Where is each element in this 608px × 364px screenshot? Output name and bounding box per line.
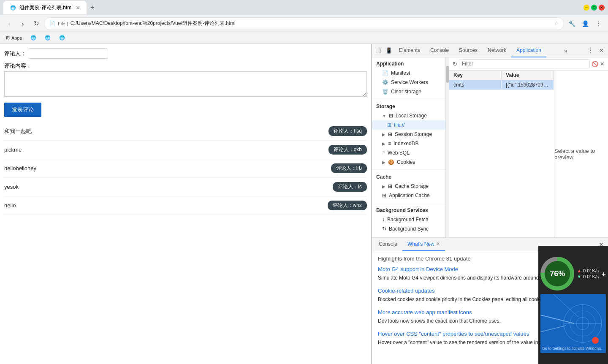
sidebar-item-app-cache[interactable]: ⊞ Application Cache	[372, 191, 445, 200]
sidebar-divider-2	[372, 169, 445, 170]
bookmark-3[interactable]: 🌐	[57, 34, 68, 41]
cache-storage-toggle: ▶	[382, 184, 385, 189]
header-value: Value	[502, 71, 554, 80]
tab-title: 组件案例-评论列表.html	[19, 4, 73, 11]
main-area: 评论人： 评论内容： 发表评论 和我一起吧 评论人：hsq pickme 评论人…	[0, 44, 608, 364]
download-stat: ▼ 0.01K/s	[577, 274, 599, 279]
preview-text: Select a value to preview	[554, 148, 608, 160]
bookmark-globe-icon-1: 🌐	[30, 35, 36, 41]
whats-new-close[interactable]: ✕	[436, 241, 440, 247]
bookmark-star-icon[interactable]: ☆	[554, 21, 559, 26]
devtools-more-tabs[interactable]: »	[562, 47, 570, 54]
svg-point-9	[592, 337, 599, 344]
devtools-device-button[interactable]: 📱	[384, 46, 394, 56]
profile-icon[interactable]: 👤	[579, 18, 591, 30]
tab-application[interactable]: Application	[511, 44, 546, 57]
bookmark-2[interactable]: 🌐	[42, 34, 53, 41]
filter-delete-button[interactable]: ✕	[600, 61, 605, 67]
cell-value: [{"id":1590287093322,"user":"hs...	[502, 80, 554, 90]
bookmark-globe-icon-3: 🌐	[59, 35, 65, 41]
tab-console[interactable]: Console	[425, 44, 454, 57]
comment-text: hellohellohey	[4, 165, 36, 171]
comment-item: hellohellohey 评论人：lrb	[4, 159, 367, 178]
sidebar-scrollbar[interactable]	[446, 57, 449, 237]
comment-item: 和我一起吧 评论人：hsq	[4, 122, 367, 141]
back-button[interactable]: ‹	[3, 18, 15, 30]
reload-button[interactable]: ↻	[30, 18, 42, 30]
tab-sources[interactable]: Sources	[454, 44, 483, 57]
tab-network[interactable]: Network	[483, 44, 511, 57]
sidebar-item-service-workers[interactable]: ⚙️ Service Workers	[372, 78, 445, 87]
commenter-input[interactable]	[29, 48, 107, 59]
performance-stats: ▲ 0.01K/s ▼ 0.01K/s	[577, 268, 599, 279]
maximize-button[interactable]: □	[591, 5, 597, 11]
perf-expand-button[interactable]: +	[601, 270, 606, 279]
bottom-tab-whats-new[interactable]: What's New ✕	[402, 238, 445, 251]
header-key: Key	[449, 71, 502, 80]
sidebar-section-cache: Cache ▶ ⊞ Cache Storage ⊞ Application Ca…	[372, 171, 445, 202]
cell-key: cmts	[449, 80, 502, 90]
bg-fetch-icon: ↕	[382, 217, 385, 223]
sidebar-header-storage: Storage	[372, 102, 445, 111]
comment-text: 和我一起吧	[4, 128, 32, 135]
close-button[interactable]: ✕	[599, 5, 605, 11]
sidebar-item-session-storage[interactable]: ▶ ⊞ Session Storage	[372, 130, 445, 139]
manifest-icon: 📄	[382, 70, 388, 76]
window-controls: ─ □ ✕	[584, 5, 605, 11]
filter-reload-button[interactable]: ↻	[453, 61, 457, 67]
sidebar-item-file[interactable]: ⊞ file://	[372, 120, 445, 130]
address-url: C:/Users/MAC/Desktop/font-end%20projects…	[71, 20, 552, 27]
performance-map: Go to Settings to activate Windows.	[540, 294, 606, 353]
devtools-inspect-button[interactable]: ⬚	[374, 46, 384, 56]
comment-form: 评论人： 评论内容： 发表评论	[4, 48, 367, 117]
browser-tab[interactable]: 🌐 组件案例-评论列表.html ✕	[3, 1, 87, 14]
activate-windows-text: Go to Settings to activate Windows.	[542, 346, 602, 351]
percent-value: 76%	[550, 269, 565, 278]
devtools-close-button[interactable]: ✕	[596, 46, 606, 56]
extensions-icon[interactable]: 🔧	[566, 18, 578, 30]
comment-text: hello	[4, 202, 16, 209]
new-tab-button[interactable]: +	[87, 2, 98, 14]
comment-author: 评论人：ls	[333, 182, 367, 192]
content-textarea[interactable]	[4, 71, 367, 97]
devtools-main-panel: ↻ 🚫 ✕ Key Value	[449, 57, 608, 237]
content-row: 评论内容：	[4, 62, 367, 97]
bookmark-globe-icon-2: 🌐	[45, 35, 51, 41]
sidebar-item-bg-fetch[interactable]: ↕ Background Fetch	[372, 215, 445, 224]
sidebar-item-local-storage[interactable]: ▼ ⊞ Local Storage	[372, 111, 445, 120]
table-area: Key Value cmts [{"id":1590287093322,"use…	[449, 71, 608, 237]
tab-elements[interactable]: Elements	[394, 44, 425, 57]
sidebar-item-indexeddb[interactable]: ▶ ≡ IndexedDB	[372, 139, 445, 148]
apps-label: Apps	[11, 35, 22, 41]
filter-clear-button[interactable]: 🚫	[592, 61, 598, 67]
sidebar-item-clear-storage[interactable]: 🗑️ Clear storage	[372, 87, 445, 96]
comment-item: pickme 评论人：qxb	[4, 141, 367, 159]
forward-button[interactable]: ›	[17, 18, 29, 30]
sidebar-item-web-sql[interactable]: ≡ Web SQL	[372, 148, 445, 158]
comment-text: yesok	[4, 184, 19, 190]
app-cache-label: Application Cache	[389, 193, 430, 198]
devtools-tab-bar: ⬚ 📱 Elements Console Sources Network App…	[372, 44, 608, 57]
table-row[interactable]: cmts [{"id":1590287093322,"user":"hs...	[449, 80, 554, 90]
map-svg	[540, 294, 606, 353]
clear-storage-icon: 🗑️	[382, 89, 388, 95]
address-bar[interactable]: 📄 File | C:/Users/MAC/Desktop/font-end%2…	[44, 17, 564, 30]
menu-icon[interactable]: ⋮	[593, 18, 605, 30]
download-arrow-icon: ▼	[577, 274, 581, 279]
sidebar-scrollbar-thumb	[446, 66, 449, 83]
apps-bookmark[interactable]: ⊞ Apps	[3, 34, 24, 41]
bottom-tab-console[interactable]: Console	[374, 238, 402, 251]
devtools-settings-button[interactable]: ⋮	[585, 46, 595, 56]
bookmark-1[interactable]: 🌐	[28, 34, 39, 41]
tab-close-button[interactable]: ✕	[76, 5, 80, 11]
filter-input[interactable]	[459, 59, 590, 68]
sidebar-item-cookies[interactable]: ▶ 🍪 Cookies	[372, 158, 445, 167]
sidebar-item-cache-storage[interactable]: ▶ ⊞ Cache Storage	[372, 182, 445, 191]
submit-button[interactable]: 发表评论	[4, 103, 41, 117]
page-content: 评论人： 评论内容： 发表评论 和我一起吧 评论人：hsq pickme 评论人…	[0, 44, 372, 364]
value-preview: Select a value to preview	[554, 71, 608, 237]
minimize-button[interactable]: ─	[584, 5, 589, 11]
clear-storage-label: Clear storage	[391, 89, 421, 95]
sidebar-item-bg-sync[interactable]: ↻ Background Sync	[372, 224, 445, 234]
sidebar-item-manifest[interactable]: 📄 Manifest	[372, 68, 445, 78]
